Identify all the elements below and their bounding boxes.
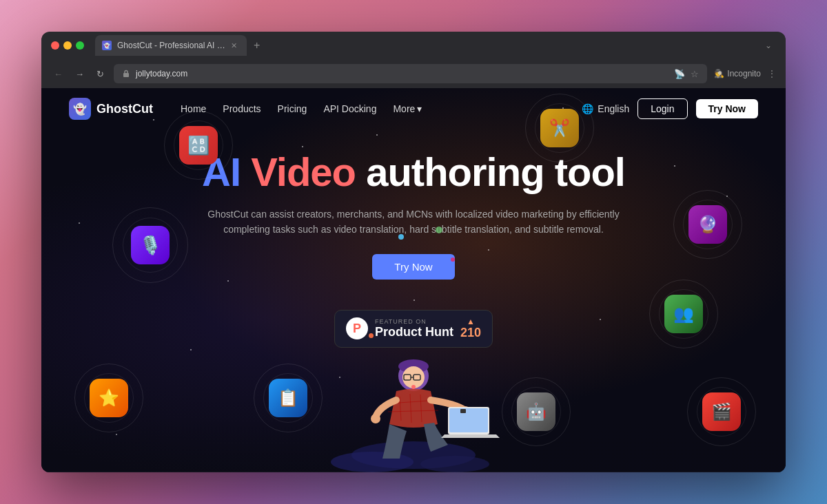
tab-close-button[interactable]: ✕ [231, 42, 237, 50]
browser-addressbar: ← → ↻ jollytoday.com 📡 ☆ 🕵️ Incognit [41, 59, 786, 88]
refresh-button[interactable]: ↻ [94, 68, 107, 80]
nav-more[interactable]: More ▾ [393, 103, 422, 114]
lock-icon [122, 70, 130, 78]
svg-point-21 [411, 385, 416, 389]
logo-icon: 👻 [69, 98, 91, 120]
browser-chrome: 👻 GhostCut - Professional AI V... ✕ + ⌄ … [41, 32, 786, 88]
person-illustration [303, 293, 524, 472]
floating-icon-star: ⭐ [90, 379, 128, 417]
minimize-traffic-light[interactable] [63, 41, 72, 50]
dot-pink [451, 258, 455, 262]
nav-pricing[interactable]: Pricing [278, 103, 307, 114]
svg-point-3 [420, 456, 489, 472]
address-icons: 📡 ☆ [674, 69, 699, 79]
close-traffic-light[interactable] [51, 41, 59, 50]
title-rest: authoring tool [366, 149, 625, 194]
browser-right-controls: 🕵️ Incognito ⋮ [714, 69, 776, 78]
nav-right-controls: 🌐 English Login Try Now [582, 98, 758, 119]
website-content: 👻 GhostCut Home Products Pricing API Doc… [41, 88, 786, 472]
svg-rect-20 [460, 409, 466, 413]
browser-menu-chevron[interactable]: ⌄ [761, 38, 776, 53]
globe-icon: 🌐 [582, 103, 593, 114]
browser-window: 👻 GhostCut - Professional AI V... ✕ + ⌄ … [41, 32, 786, 472]
incognito-indicator: 🕵️ Incognito [714, 69, 761, 78]
hero-cta-button[interactable]: Try Now [372, 254, 454, 280]
nav-links: Home Products Pricing API Docking More ▾ [181, 103, 561, 114]
floating-icon-clipboard: 📋 [269, 379, 307, 417]
floating-icon-magic: 🔮 [688, 205, 727, 244]
nav-api[interactable]: API Docking [323, 103, 376, 114]
url-text: jollytoday.com [136, 69, 668, 78]
chevron-down-icon: ▾ [417, 103, 422, 114]
hero-title: AI Video authoring tool [55, 150, 772, 194]
nav-home[interactable]: Home [181, 103, 206, 114]
incognito-icon: 🕵️ [714, 69, 724, 78]
floating-icon-people: 👥 [664, 295, 703, 333]
try-now-nav-button[interactable]: Try Now [696, 99, 758, 118]
language-selector[interactable]: 🌐 English [582, 103, 629, 114]
divider-line [41, 472, 786, 472]
logo-text: GhostCut [96, 102, 153, 116]
browser-tabs: 👻 GhostCut - Professional AI V... ✕ + [95, 35, 755, 56]
traffic-lights [51, 41, 84, 50]
svg-rect-19 [449, 408, 488, 432]
forward-button[interactable]: → [72, 68, 87, 80]
site-logo[interactable]: 👻 GhostCut [69, 98, 153, 120]
bookmark-icon[interactable]: ☆ [691, 69, 699, 79]
new-tab-button[interactable]: + [249, 39, 264, 52]
floating-icon-mic: 🎙️ [131, 226, 170, 264]
nav-products[interactable]: Products [223, 103, 261, 114]
browser-titlebar: 👻 GhostCut - Professional AI V... ✕ + ⌄ [41, 32, 786, 59]
svg-rect-0 [123, 73, 129, 77]
title-video: Video [251, 149, 356, 194]
svg-point-16 [371, 414, 380, 423]
back-button[interactable]: ← [51, 68, 65, 80]
address-bar[interactable]: jollytoday.com 📡 ☆ [114, 64, 707, 83]
active-tab[interactable]: 👻 GhostCut - Professional AI V... ✕ [95, 35, 247, 56]
tab-favicon: 👻 [102, 41, 112, 50]
site-navigation: 👻 GhostCut Home Products Pricing API Doc… [41, 88, 786, 129]
floating-icon-camera: 🎬 [702, 392, 741, 431]
floating-icon-translate: 🔠 [179, 126, 218, 165]
cast-icon: 📡 [674, 69, 685, 79]
svg-point-2 [331, 452, 414, 472]
maximize-traffic-light[interactable] [76, 41, 84, 50]
login-button[interactable]: Login [637, 98, 687, 119]
hero-subtitle: GhostCut can assist creators, merchants,… [207, 207, 620, 238]
browser-more-button[interactable]: ⋮ [768, 69, 776, 78]
tab-title: GhostCut - Professional AI V... [117, 41, 225, 50]
